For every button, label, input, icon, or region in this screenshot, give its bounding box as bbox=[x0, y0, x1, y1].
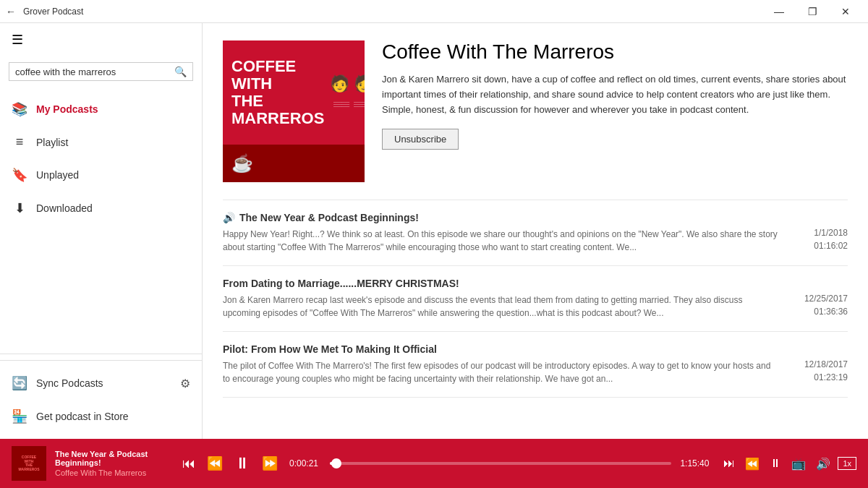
podcast-cover-top: CoffeeWithTheMarreros 🧑 🧑 𝄘𝄘 𝄘𝄘 bbox=[223, 40, 365, 145]
episode-date-duration: 12/25/2017 01:36:36 bbox=[796, 294, 848, 317]
audio-wave-icon-2: 𝄘𝄘 bbox=[354, 99, 365, 111]
episode-date: 1/1/2018 bbox=[814, 228, 848, 238]
audio-wave-icon-1: 𝄘𝄘 bbox=[333, 99, 349, 111]
window-controls: — ❐ ✕ bbox=[762, 0, 862, 23]
sync-row: 🔄 Sync Podcasts ⚙ bbox=[0, 367, 202, 400]
pause2-button[interactable]: ⏸ bbox=[767, 454, 784, 473]
player-track-show: Coffee With The Marreros bbox=[55, 468, 171, 477]
sync-label: Sync Podcasts bbox=[36, 377, 103, 389]
podcast-description: Jon & Karen Marrero sit down, have a cup… bbox=[382, 72, 848, 117]
episode-duration: 01:16:02 bbox=[814, 241, 848, 251]
podcast-title: Coffee With The Marreros bbox=[382, 40, 848, 64]
play-pause-button[interactable]: ⏸ bbox=[231, 451, 253, 476]
sync-icon: 🔄 bbox=[12, 375, 27, 391]
podcast-info: Coffee With The Marreros Jon & Karen Mar… bbox=[382, 40, 848, 182]
player-time-remaining: 1:15:40 bbox=[680, 458, 712, 468]
title-bar: ← Grover Podcast — ❐ ✕ bbox=[0, 0, 868, 23]
skip-end-button[interactable]: ⏭ bbox=[720, 454, 738, 473]
player-controls: ⏮ ⏪ ⏸ ⏩ bbox=[179, 451, 281, 476]
sidebar-item-label-downloaded: Downloaded bbox=[36, 202, 93, 214]
minimize-button[interactable]: — bbox=[762, 0, 796, 23]
player-track-info: The New Year & Podcast Beginnings! Coffe… bbox=[55, 450, 171, 477]
skip-forward-button[interactable]: ⏩ bbox=[259, 453, 281, 474]
skip-back2-button[interactable]: ⏪ bbox=[742, 454, 762, 474]
episode-meta: The pilot of Coffee With The Marrero's! … bbox=[223, 359, 848, 385]
player-progress-wrap bbox=[330, 462, 671, 465]
app-body: ☰ 🔍 📚 My Podcasts ≡ Playlist 🔖 Unplayed … bbox=[0, 23, 868, 439]
cover-icons: 🧑 🧑 𝄘𝄘 𝄘𝄘 bbox=[330, 74, 365, 111]
sidebar-item-label-playlist: Playlist bbox=[36, 137, 68, 148]
sidebar-item-downloaded[interactable]: ⬇ Downloaded bbox=[0, 192, 202, 225]
episode-description: Jon & Karen Marrero recap last week's ep… bbox=[223, 294, 778, 320]
my-podcasts-icon: 📚 bbox=[12, 101, 27, 117]
episode-description: The pilot of Coffee With The Marrero's! … bbox=[223, 359, 778, 385]
search-icon[interactable]: 🔍 bbox=[174, 66, 187, 77]
player-thumb-text: COFFEEWITHTHEMARREROS bbox=[17, 454, 41, 473]
sidebar-item-unplayed[interactable]: 🔖 Unplayed bbox=[0, 158, 202, 192]
volume-button[interactable]: 🔊 bbox=[813, 454, 833, 474]
gear-icon[interactable]: ⚙ bbox=[180, 377, 190, 390]
playlist-icon: ≡ bbox=[12, 134, 27, 150]
sidebar-nav: 📚 My Podcasts ≡ Playlist 🔖 Unplayed ⬇ Do… bbox=[0, 87, 202, 348]
episode-description: Happy New Year! Right...? We think so at… bbox=[223, 228, 788, 254]
episode-item[interactable]: Pilot: From How We Met To Making It Offi… bbox=[223, 332, 848, 398]
hamburger-menu[interactable]: ☰ bbox=[0, 23, 202, 56]
sidebar-item-my-podcasts[interactable]: 📚 My Podcasts bbox=[0, 93, 202, 126]
sidebar-item-label-my-podcasts: My Podcasts bbox=[36, 103, 98, 115]
player-track-title: The New Year & Podcast Beginnings! bbox=[55, 450, 171, 467]
episode-date: 12/25/2017 bbox=[804, 294, 848, 304]
speed-button[interactable]: 1x bbox=[838, 457, 856, 470]
person-icon-2: 🧑 bbox=[354, 74, 365, 93]
player-bar: COFFEEWITHTHEMARREROS The New Year & Pod… bbox=[0, 439, 868, 488]
downloaded-icon: ⬇ bbox=[12, 200, 27, 216]
cast-button[interactable]: 📺 bbox=[788, 454, 809, 474]
close-button[interactable]: ✕ bbox=[829, 0, 862, 23]
podcast-header: CoffeeWithTheMarreros 🧑 🧑 𝄘𝄘 𝄘𝄘 ☕ bbox=[223, 40, 848, 182]
cover-title-text: CoffeeWithTheMarreros bbox=[231, 58, 324, 128]
sidebar-item-playlist[interactable]: ≡ Playlist bbox=[0, 126, 202, 158]
sync-podcasts-button[interactable]: 🔄 Sync Podcasts bbox=[12, 375, 103, 391]
episode-date-duration: 12/18/2017 01:23:19 bbox=[796, 359, 848, 382]
store-icon: 🏪 bbox=[12, 408, 27, 424]
player-progress-bar[interactable] bbox=[330, 462, 671, 465]
player-right-controls: ⏭ ⏪ ⏸ 📺 🔊 1x bbox=[720, 454, 856, 474]
maximize-button[interactable]: ❐ bbox=[796, 0, 829, 23]
store-label: Get podcast in Store bbox=[36, 411, 129, 422]
episode-duration: 01:23:19 bbox=[814, 372, 848, 382]
episode-item[interactable]: 🔊The New Year & Podcast Beginnings! Happ… bbox=[223, 200, 848, 266]
search-box[interactable]: 🔍 bbox=[9, 62, 193, 81]
sidebar: ☰ 🔍 📚 My Podcasts ≡ Playlist 🔖 Unplayed … bbox=[0, 23, 203, 439]
sidebar-bottom: 🔄 Sync Podcasts ⚙ 🏪 Get podcast in Store bbox=[0, 360, 202, 439]
episode-meta: Jon & Karen Marrero recap last week's ep… bbox=[223, 294, 848, 320]
episodes-list: 🔊The New Year & Podcast Beginnings! Happ… bbox=[223, 200, 848, 398]
person-icon-1: 🧑 bbox=[330, 74, 349, 93]
search-input[interactable] bbox=[15, 67, 174, 77]
podcast-cover-bottom: ☕ bbox=[223, 145, 365, 182]
playing-icon: 🔊 bbox=[223, 212, 235, 223]
get-podcast-store-button[interactable]: 🏪 Get podcast in Store bbox=[0, 400, 202, 433]
player-thumbnail: COFFEEWITHTHEMARREROS bbox=[12, 446, 46, 481]
skip-back-button[interactable]: ⏪ bbox=[204, 453, 226, 474]
coffee-icon: ☕ bbox=[231, 153, 253, 174]
episode-item[interactable]: From Dating to Marriage......MERRY CHRIS… bbox=[223, 266, 848, 332]
episode-date-duration: 1/1/2018 01:16:02 bbox=[805, 228, 848, 251]
sidebar-item-label-unplayed: Unplayed bbox=[36, 169, 79, 181]
player-progress-knob[interactable] bbox=[331, 458, 341, 468]
rewind-to-start-button[interactable]: ⏮ bbox=[179, 453, 198, 474]
episode-header: 🔊The New Year & Podcast Beginnings! bbox=[223, 212, 848, 223]
episode-meta: Happy New Year! Right...? We think so at… bbox=[223, 228, 848, 254]
unplayed-icon: 🔖 bbox=[12, 167, 27, 183]
episode-header: Pilot: From How We Met To Making It Offi… bbox=[223, 343, 848, 355]
player-time-elapsed: 0:00:21 bbox=[289, 458, 321, 468]
main-content: CoffeeWithTheMarreros 🧑 🧑 𝄘𝄘 𝄘𝄘 ☕ bbox=[203, 23, 868, 439]
episode-title: 🔊The New Year & Podcast Beginnings! bbox=[223, 212, 848, 223]
cover-person-icons: 🧑 🧑 bbox=[330, 74, 365, 93]
podcast-cover: CoffeeWithTheMarreros 🧑 🧑 𝄘𝄘 𝄘𝄘 ☕ bbox=[223, 40, 365, 182]
episode-title: Pilot: From How We Met To Making It Offi… bbox=[223, 343, 848, 355]
episode-date: 12/18/2017 bbox=[804, 359, 848, 369]
app-title: Grover Podcast bbox=[23, 7, 762, 17]
back-button[interactable]: ← bbox=[6, 6, 16, 17]
sidebar-divider bbox=[0, 354, 202, 354]
unsubscribe-button[interactable]: Unsubscribe bbox=[382, 129, 459, 150]
episode-title: From Dating to Marriage......MERRY CHRIS… bbox=[223, 278, 848, 289]
